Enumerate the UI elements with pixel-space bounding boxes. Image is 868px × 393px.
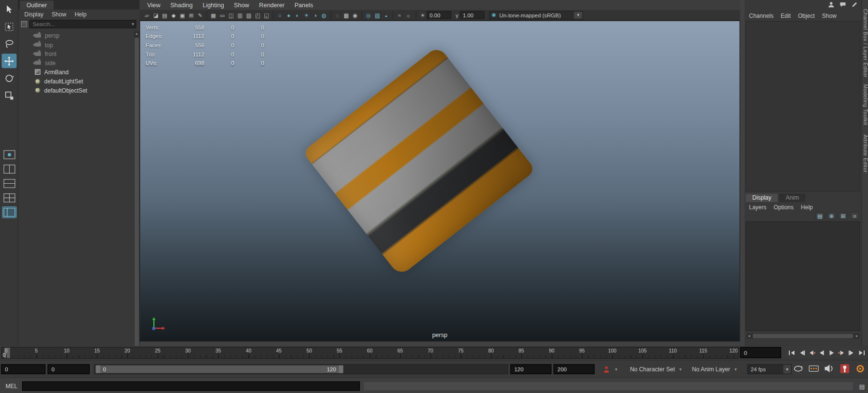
layer-menu-options[interactable]: Options: [773, 203, 794, 210]
outliner-menu-help[interactable]: Help: [75, 11, 87, 17]
motion-blur-icon[interactable]: ◌: [333, 11, 341, 19]
script-editor-icon[interactable]: ▤: [857, 382, 866, 391]
2d-pan-zoom-icon[interactable]: ⊞: [187, 11, 195, 19]
tab-attribute-editor[interactable]: Attribute Editor: [862, 135, 868, 173]
channel-menu-edit[interactable]: Edit: [781, 12, 791, 19]
lock-camera-icon[interactable]: ◪: [152, 11, 160, 19]
layer-menu-layers[interactable]: Layers: [749, 203, 766, 210]
marquee-select-tool[interactable]: [1, 19, 16, 34]
outliner-persp-layout[interactable]: [2, 206, 16, 218]
viewport-canvas[interactable]: Verts:55800Edges:111200Faces:55600Tris:1…: [139, 20, 740, 341]
bookmarks-icon[interactable]: ◆: [169, 11, 177, 19]
camera-attributes-icon[interactable]: ▤: [161, 11, 169, 19]
scrollbar-thumb[interactable]: [135, 38, 139, 372]
outliner-item-defaultlightset[interactable]: defaultLightSet: [18, 77, 134, 86]
new-empty-layer-icon[interactable]: ⊕: [827, 212, 836, 220]
outliner-item-defaultobjectset[interactable]: defaultObjectSet: [18, 86, 134, 95]
command-mode-button[interactable]: MEL: [5, 382, 17, 389]
loop-icon[interactable]: [793, 364, 804, 374]
fps-dropdown[interactable]: 24 fps ▾: [747, 364, 792, 374]
outliner-item-side[interactable]: side: [18, 58, 134, 68]
tab-display[interactable]: Display: [746, 194, 778, 202]
exposure-icon[interactable]: ☀: [420, 12, 425, 18]
step-forward-frame-button[interactable]: [847, 347, 856, 358]
outliner-menu-display[interactable]: Display: [25, 11, 44, 17]
clip-icon[interactable]: [808, 364, 819, 374]
scroll-right-icon[interactable]: ▸: [854, 333, 859, 339]
armband-model[interactable]: [302, 45, 536, 276]
step-back-key-button[interactable]: [807, 347, 817, 358]
outliner-item-front[interactable]: front: [18, 49, 134, 58]
xray-active-icon[interactable]: ◒: [382, 11, 390, 19]
xray-icon[interactable]: ▨: [373, 11, 381, 19]
autokey-icon[interactable]: [839, 364, 850, 374]
move-tool[interactable]: [1, 54, 16, 68]
outliner-item-top[interactable]: top: [18, 40, 134, 49]
image-plane-icon[interactable]: ▣: [178, 11, 187, 19]
playback-end-field[interactable]: 120: [510, 364, 551, 374]
anim-layer-dropdown[interactable]: No Anim Layer ▾: [692, 364, 738, 374]
gate-mask-icon[interactable]: ▥: [236, 11, 244, 19]
chevron-down-icon[interactable]: ▾: [574, 12, 582, 19]
edit-mode-icon[interactable]: [851, 1, 858, 9]
viewport-menu-renderer[interactable]: Renderer: [254, 1, 289, 8]
layer-horizontal-scrollbar[interactable]: ◂ ▸: [746, 333, 859, 339]
viewport-menu-lighting[interactable]: Lighting: [198, 1, 229, 8]
field-chart-icon[interactable]: ▧: [244, 11, 253, 19]
outliner-vertical-scrollbar[interactable]: ▴ ▾: [134, 31, 139, 385]
depth-of-field-icon[interactable]: ◉: [351, 11, 359, 19]
anim-preferences-icon[interactable]: [854, 364, 866, 374]
select-tool[interactable]: [1, 2, 16, 17]
two-pane-stacked-layout[interactable]: [2, 177, 16, 189]
film-gate-icon[interactable]: ▭: [218, 11, 226, 19]
safe-title-icon[interactable]: ◱: [262, 11, 271, 19]
range-slider-handle[interactable]: 0 120: [96, 366, 343, 373]
channel-menu-show[interactable]: Show: [822, 12, 837, 19]
select-camera-icon[interactable]: ▱: [143, 11, 151, 19]
scrollbar-thumb[interactable]: [753, 334, 853, 338]
animation-start-field[interactable]: 0: [1, 364, 45, 374]
outliner-item-persp[interactable]: persp: [18, 31, 134, 40]
scale-tool[interactable]: [1, 88, 16, 103]
go-to-start-button[interactable]: [787, 347, 797, 358]
use-all-lights-icon[interactable]: ☀: [302, 11, 311, 19]
gamma-icon[interactable]: γ: [456, 12, 459, 18]
filter-icon[interactable]: [21, 21, 27, 27]
two-pane-side-layout[interactable]: [2, 163, 16, 175]
channel-menu-channels[interactable]: Channels: [749, 12, 773, 19]
gamma-field[interactable]: 1.00: [460, 11, 485, 19]
fog-icon[interactable]: ≈: [395, 11, 404, 19]
layer-options-icon[interactable]: ≡: [850, 212, 859, 220]
four-pane-layout[interactable]: [2, 192, 16, 203]
go-to-end-button[interactable]: [857, 347, 867, 358]
new-layer-from-selected-icon[interactable]: ⊞: [839, 212, 847, 220]
outliner-search-input[interactable]: [30, 21, 130, 27]
playback-start-field[interactable]: 0: [48, 364, 90, 374]
lighting-mode-icon[interactable]: ☼: [404, 11, 412, 19]
play-forward-button[interactable]: [827, 347, 837, 358]
play-backward-button[interactable]: [817, 347, 827, 358]
resolution-gate-icon[interactable]: ◫: [227, 11, 235, 19]
exposure-field[interactable]: 0.00: [427, 11, 451, 19]
wireframe-icon[interactable]: ○: [276, 11, 284, 19]
character-set-dropdown[interactable]: No Character Set ▾: [630, 364, 683, 374]
safe-action-icon[interactable]: ◰: [254, 11, 262, 19]
range-slider-track[interactable]: 0 120: [94, 364, 508, 374]
grease-pencil-icon[interactable]: ✎: [196, 11, 204, 19]
single-pane-layout[interactable]: [2, 149, 16, 161]
outliner-menu-show[interactable]: Show: [52, 11, 66, 17]
command-line-input[interactable]: [22, 381, 360, 391]
search-dropdown-icon[interactable]: ▾: [130, 22, 136, 27]
multisample-aa-icon[interactable]: ▩: [342, 11, 350, 19]
channel-menu-object[interactable]: Object: [798, 12, 815, 19]
textured-icon[interactable]: ◐: [293, 11, 301, 19]
channel-box-list[interactable]: [746, 21, 860, 192]
chevron-down-icon[interactable]: ▾: [783, 365, 791, 374]
viewport-menu-shading[interactable]: Shading: [165, 1, 198, 8]
viewport-menu-show[interactable]: Show: [229, 1, 254, 8]
toggle-layers-icon[interactable]: ▤: [815, 212, 824, 220]
tab-modeling-toolkit[interactable]: Modeling Toolkit: [862, 84, 868, 125]
grid-icon[interactable]: ▦: [209, 11, 217, 19]
current-frame-field[interactable]: 0: [740, 347, 781, 358]
view-transform-dropdown[interactable]: ◉ Un-tone-mapped (sRGB) ▾: [489, 11, 583, 19]
